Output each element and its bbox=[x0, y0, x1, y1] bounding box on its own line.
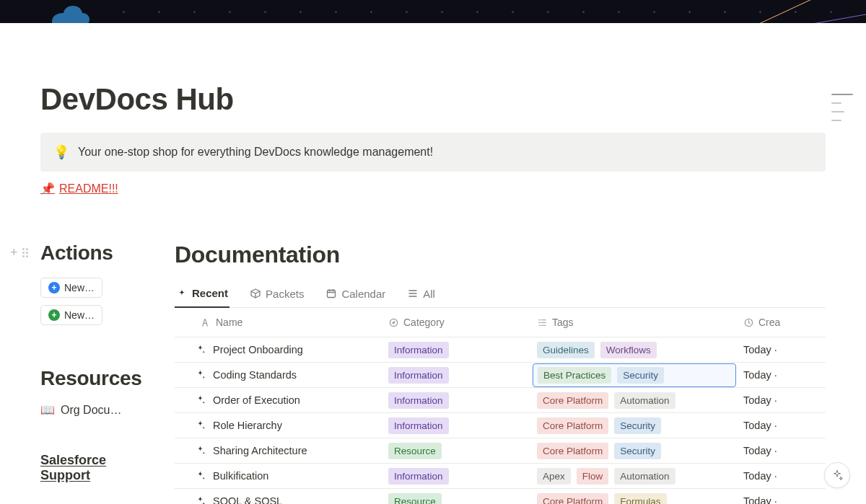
table-row[interactable]: Coding StandardsInformationBest Practice… bbox=[175, 362, 826, 387]
cloud-icon bbox=[46, 4, 92, 23]
callout: 💡 Your one-stop shop for everything DevD… bbox=[40, 133, 826, 172]
row-title[interactable]: Project Onboarding bbox=[213, 344, 303, 355]
category-badge[interactable]: Information bbox=[388, 417, 449, 434]
tag-badge[interactable]: Guidelines bbox=[537, 342, 595, 358]
view-tabs: RecentPacketsCalendarAll bbox=[175, 281, 826, 308]
plus-circle-icon: + bbox=[48, 309, 60, 321]
row-title[interactable]: Coding Standards bbox=[213, 369, 297, 381]
tab-packets[interactable]: Packets bbox=[248, 282, 305, 307]
row-title[interactable]: Bulkification bbox=[213, 470, 268, 482]
page-icon bbox=[195, 368, 206, 381]
readme-label: README!!! bbox=[59, 182, 118, 195]
ai-assist-button[interactable] bbox=[824, 462, 850, 488]
table-row[interactable]: BulkificationInformationApexFlowAutomati… bbox=[175, 463, 826, 488]
table-header-row: Name Category Tags Crea bbox=[175, 308, 826, 337]
col-tags-label: Tags bbox=[552, 317, 574, 328]
documentation-heading: Documentation bbox=[175, 242, 826, 268]
tags-cell[interactable]: Core PlatformSecurity bbox=[537, 417, 661, 434]
category-badge[interactable]: Resource bbox=[388, 493, 442, 505]
tab-all[interactable]: All bbox=[406, 282, 437, 307]
table-row[interactable]: Order of ExecutionInformationCore Platfo… bbox=[175, 387, 826, 412]
row-title[interactable]: SOQL & SOSL bbox=[213, 495, 282, 504]
row-title[interactable]: Sharing Architecture bbox=[213, 445, 307, 456]
tab-label: Recent bbox=[192, 287, 228, 299]
tags-cell[interactable]: Best PracticesSecurity bbox=[533, 363, 736, 387]
tag-badge[interactable]: Formulas bbox=[614, 493, 666, 505]
category-badge[interactable]: Information bbox=[388, 392, 449, 409]
row-title[interactable]: Order of Execution bbox=[213, 394, 300, 406]
sparkle-icon bbox=[176, 288, 188, 299]
readme-link[interactable]: 📌 README!!! bbox=[40, 182, 118, 195]
tag-badge[interactable]: Apex bbox=[537, 468, 571, 485]
calendar-icon bbox=[325, 288, 337, 299]
tag-badge[interactable]: Security bbox=[614, 443, 661, 459]
table-row[interactable]: SOQL & SOSLResourceCore PlatformFormulas… bbox=[175, 488, 826, 504]
tab-recent[interactable]: Recent bbox=[175, 281, 229, 308]
table-row[interactable]: Project OnboardingInformationGuidelinesW… bbox=[175, 337, 826, 362]
tag-badge[interactable]: Core Platform bbox=[537, 392, 608, 409]
tab-calendar[interactable]: Calendar bbox=[324, 282, 387, 307]
tag-badge[interactable]: Core Platform bbox=[537, 417, 608, 434]
col-name-label: Name bbox=[216, 317, 242, 328]
created-value: Today · bbox=[743, 369, 777, 381]
package-icon bbox=[250, 288, 261, 299]
select-property-icon bbox=[388, 317, 399, 328]
tags-cell[interactable]: ApexFlowAutomation bbox=[537, 468, 675, 485]
bulb-icon: 💡 bbox=[53, 144, 69, 160]
category-badge[interactable]: Information bbox=[388, 367, 449, 384]
plus-circle-icon: + bbox=[48, 282, 60, 293]
tags-cell[interactable]: Core PlatformAutomation bbox=[537, 392, 675, 409]
page-icon bbox=[195, 444, 206, 457]
tag-badge[interactable]: Security bbox=[617, 367, 664, 384]
tag-badge[interactable]: Automation bbox=[614, 392, 675, 409]
plus-icon: + bbox=[10, 246, 18, 259]
tab-label: Calendar bbox=[341, 288, 385, 300]
table-row[interactable]: Role HierarchyInformationCore PlatformSe… bbox=[175, 412, 826, 438]
tag-badge[interactable]: Security bbox=[614, 417, 661, 434]
page-title: DevDocs Hub bbox=[40, 82, 826, 117]
tags-cell[interactable]: Core PlatformFormulas bbox=[537, 493, 667, 505]
page-icon bbox=[195, 495, 206, 504]
page-outline-toggle[interactable] bbox=[831, 94, 853, 121]
created-value: Today · bbox=[743, 470, 777, 482]
created-value: Today · bbox=[743, 495, 777, 504]
category-badge[interactable]: Information bbox=[388, 342, 449, 358]
new-action-button-2[interactable]: + New… bbox=[40, 305, 102, 325]
book-icon: 📖 bbox=[40, 403, 55, 417]
col-category-label: Category bbox=[403, 317, 445, 328]
sparkle-icon bbox=[831, 469, 844, 482]
tag-badge[interactable]: Automation bbox=[614, 468, 675, 485]
tab-label: All bbox=[423, 288, 435, 300]
page-icon bbox=[195, 394, 206, 407]
new-action-button-1[interactable]: + New… bbox=[40, 278, 102, 298]
created-value: Today · bbox=[743, 344, 777, 355]
actions-heading: Actions bbox=[40, 242, 154, 265]
tags-cell[interactable]: GuidelinesWorkflows bbox=[537, 342, 657, 358]
page-icon bbox=[195, 343, 206, 356]
svg-rect-0 bbox=[328, 291, 336, 298]
tag-badge[interactable]: Workflows bbox=[600, 342, 657, 358]
cover-banner bbox=[0, 0, 866, 23]
time-property-icon bbox=[743, 317, 754, 328]
resources-item-label: Org Docu… bbox=[61, 404, 121, 417]
pin-icon: 📌 bbox=[40, 182, 55, 195]
category-badge[interactable]: Information bbox=[388, 468, 449, 485]
tab-label: Packets bbox=[266, 288, 304, 300]
tags-cell[interactable]: Core PlatformSecurity bbox=[537, 443, 661, 459]
row-title[interactable]: Role Hierarchy bbox=[213, 420, 282, 431]
new-button-label: New… bbox=[64, 309, 95, 321]
tag-badge[interactable]: Best Practices bbox=[538, 367, 611, 384]
tag-badge[interactable]: Core Platform bbox=[537, 443, 608, 459]
col-created-label: Crea bbox=[758, 317, 780, 328]
category-badge[interactable]: Resource bbox=[388, 443, 442, 459]
salesforce-support-link[interactable]: Salesforce Support bbox=[40, 453, 154, 483]
multiselect-property-icon bbox=[537, 317, 548, 328]
created-value: Today · bbox=[743, 420, 777, 431]
tag-badge[interactable]: Flow bbox=[577, 468, 609, 485]
tag-badge[interactable]: Core Platform bbox=[537, 493, 608, 505]
title-property-icon bbox=[201, 317, 211, 328]
resources-item-orgdocs[interactable]: 📖 Org Docu… bbox=[40, 403, 149, 417]
block-insert-handle[interactable]: + bbox=[10, 246, 28, 259]
table-row[interactable]: Sharing ArchitectureResourceCore Platfor… bbox=[175, 438, 826, 463]
resources-heading: Resources bbox=[40, 367, 154, 390]
